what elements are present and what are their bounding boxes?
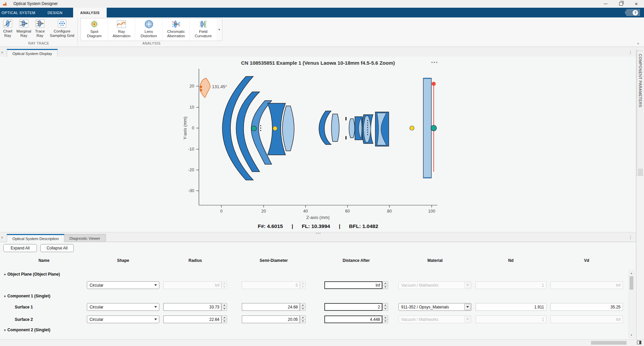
spin-up-icon[interactable] [221,303,227,307]
lens-distortion-button[interactable]: Lens Distortion [135,18,162,41]
table-vertical-scrollbar[interactable]: ▲ ▼ [629,270,634,338]
field-value[interactable]: 5 [242,281,300,289]
tab-analysis[interactable]: ANALYSIS [73,8,107,17]
red-marker-dot[interactable] [432,82,436,86]
image-plane-group[interactable] [410,78,437,178]
field-value[interactable]: 24.68 [242,303,300,311]
shape-dropdown[interactable]: Circular [87,281,159,289]
field-value[interactable]: Inf [163,281,221,289]
field-curvature-button[interactable]: Field Curvature [190,18,217,41]
tree-collapse-icon[interactable]: ▾ [4,294,6,298]
middle-lens-group[interactable] [319,111,339,145]
help-button[interactable]: ? [625,9,640,16]
spin-up-icon[interactable] [300,281,306,285]
table-row-group[interactable]: ▾ Component 2 (Singlet) [0,327,636,334]
collapse-all-button[interactable]: Collapse All [40,244,74,252]
tab-design[interactable]: DESIGN [37,8,73,17]
spot-diagram-button[interactable]: Spot Diagram [81,18,108,41]
horizontal-scrollbar-thumb[interactable] [591,341,627,345]
yellow-marker-dot[interactable] [410,126,414,130]
dropdown-arrow-icon[interactable] [464,282,471,288]
spin-up-icon[interactable] [382,303,388,307]
trace-ray-button[interactable]: Trace Ray [33,18,47,38]
radius-field[interactable]: 22.64 [163,315,227,323]
spin-down-icon[interactable] [300,285,306,289]
flat-plate-element[interactable] [423,78,431,178]
tab-optical-system-description[interactable]: Optical System Description [7,234,64,242]
semi-diameter-field[interactable]: 5 [242,281,306,289]
spin-up-icon[interactable] [300,315,306,319]
shape-dropdown[interactable]: Circular [87,315,159,323]
tab-optical-system[interactable]: OPTICAL SYSTEM [0,8,37,17]
kebab-icon[interactable]: ⋮ [629,235,633,240]
spin-down-icon[interactable] [221,319,227,323]
distance-after-field[interactable]: 4.448 [324,315,388,323]
scrollbar-thumb[interactable] [630,276,633,290]
ray-aberration-button[interactable]: Ray Aberration [108,18,135,41]
gallery-dropdown-button[interactable]: ▾ [216,18,222,41]
spin-down-icon[interactable] [221,307,227,311]
spin-down-icon[interactable] [221,285,227,289]
radius-field[interactable]: Inf [163,281,227,289]
panel-grip[interactable] [638,169,643,175]
chief-ray-button[interactable]: Chief Ray [1,18,15,38]
menu-icon[interactable]: ≡ [1,235,3,239]
vd-field[interactable]: 35.25 [550,303,623,311]
spin-down-icon[interactable] [300,307,306,311]
teal-marker-dot[interactable] [252,126,257,131]
semi-diameter-field[interactable]: 20.05 [242,315,306,323]
front-lens-group[interactable] [222,76,294,180]
configure-sampling-grid-button[interactable]: Configure Sampling Grid [48,18,76,38]
tree-collapse-icon[interactable]: ▾ [4,273,6,276]
field-value[interactable]: 2 [324,303,382,311]
dock-icon[interactable] [637,341,641,344]
field-value[interactable]: 4.448 [324,315,382,323]
teal-marker-dot[interactable] [431,125,437,131]
material-dropdown[interactable]: 911-352 / Opsys_Materials [398,303,472,311]
distance-after-field[interactable]: Inf [324,281,388,289]
kebab-icon[interactable]: ⋮ [629,50,633,55]
material-dropdown[interactable]: Vacuum / Mathworks [398,315,472,323]
spin-up-icon[interactable] [382,315,388,319]
spin-up-icon[interactable] [300,303,306,307]
vd-field[interactable]: Inf [550,281,623,289]
nd-field[interactable]: 1 [476,315,546,323]
field-value[interactable]: 20.05 [242,315,300,323]
restore-button[interactable] [613,0,629,8]
spin-down-icon[interactable] [382,319,388,323]
spin-down-icon[interactable] [382,285,388,289]
dropdown-arrow-icon[interactable] [464,304,471,310]
table-row-group[interactable]: ▾ Component 1 (Singlet) [0,293,636,300]
field-value[interactable]: Inf [324,281,382,289]
collapse-ribbon-icon[interactable]: ▲ [637,42,640,45]
menu-icon[interactable]: ≡ [1,50,3,54]
chromatic-aberration-button[interactable]: Chromatic Aberration [163,18,190,41]
spin-up-icon[interactable] [221,281,227,285]
field-of-view-fan[interactable] [200,78,210,98]
field-value[interactable]: 22.64 [163,315,221,323]
radius-field[interactable]: 33.73 [163,303,227,311]
distance-after-field[interactable]: 2 [324,303,388,311]
tab-diagnostic-viewer[interactable]: Diagnostic Viewer [64,234,106,242]
component-parameters-tab[interactable]: COMPONENT PARAMETERS [637,50,644,176]
spin-down-icon[interactable] [300,319,306,323]
semi-diameter-field[interactable]: 24.68 [242,303,306,311]
spin-down-icon[interactable] [382,307,388,311]
dropdown-arrow-icon[interactable] [152,284,159,286]
nd-field[interactable]: 1 [476,281,546,289]
yellow-marker-dot[interactable] [273,126,277,131]
spin-up-icon[interactable] [221,315,227,319]
nd-field[interactable]: 1.911 [476,303,546,311]
material-dropdown[interactable]: Vacuum / Mathworks [398,281,472,289]
minimize-button[interactable] [598,0,613,8]
figure-options-icon[interactable] [431,62,437,63]
scroll-down-icon[interactable]: ▼ [629,333,634,338]
marginal-ray-button[interactable]: Marginal Ray [15,18,32,38]
tree-collapse-icon[interactable]: ▾ [4,328,6,332]
expand-all-button[interactable]: Expand All [3,244,37,252]
scroll-up-icon[interactable]: ▲ [629,271,634,276]
vd-field[interactable]: Inf [550,315,623,323]
field-value[interactable]: 33.73 [163,303,221,311]
rear-lens-group[interactable] [345,112,389,146]
spin-up-icon[interactable] [382,281,388,285]
